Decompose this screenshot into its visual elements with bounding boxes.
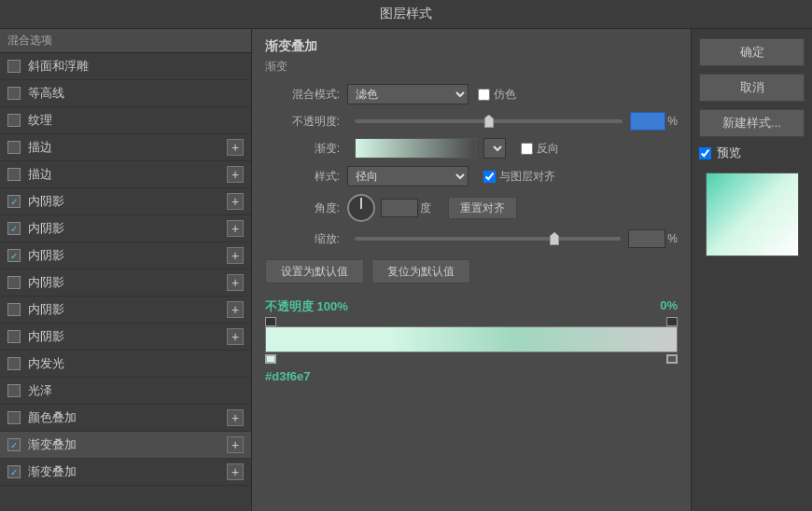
layer-item-innershadow3[interactable]: 内阴影+ bbox=[0, 242, 251, 269]
gradient-left-label: 不透明度 100% bbox=[265, 298, 348, 315]
layer-item-bevel[interactable]: 斜面和浮雕 bbox=[0, 53, 251, 80]
align-text: 与图层对齐 bbox=[499, 169, 555, 185]
layer-item-innershadow5[interactable]: 内阴影+ bbox=[0, 297, 251, 324]
layer-plus-stroke2[interactable]: + bbox=[227, 166, 244, 183]
layer-item-stroke2[interactable]: 描边+ bbox=[0, 161, 251, 188]
layer-plus-innershadow5[interactable]: + bbox=[227, 301, 244, 318]
layer-checkbox-gradientoverlay2[interactable] bbox=[7, 465, 21, 478]
layer-item-innershadow6[interactable]: 内阴影+ bbox=[0, 324, 251, 351]
layer-checkbox-innershadow5[interactable] bbox=[7, 303, 21, 316]
gradient-dropdown[interactable] bbox=[483, 138, 506, 159]
layer-item-innershadow4[interactable]: 内阴影+ bbox=[0, 269, 251, 297]
set-default-button[interactable]: 设置为默认值 bbox=[265, 259, 364, 283]
layer-checkbox-innershadow3[interactable] bbox=[7, 249, 21, 262]
layer-plus-innershadow6[interactable]: + bbox=[227, 328, 244, 345]
left-panel: 混合选项 斜面和浮雕等高线纹理描边+描边+内阴影+内阴影+内阴影+内阴影+内阴影… bbox=[0, 29, 252, 511]
layer-label-innershadow3: 内阴影 bbox=[28, 247, 223, 264]
scale-slider-thumb[interactable] bbox=[550, 232, 559, 245]
layer-label-coloroverlay: 颜色叠加 bbox=[28, 409, 223, 426]
layer-checkbox-innershadow4[interactable] bbox=[7, 276, 21, 289]
layer-item-innershadow1[interactable]: 内阴影+ bbox=[0, 188, 251, 215]
layer-label-bevel: 斜面和浮雕 bbox=[28, 58, 244, 75]
layer-item-contour[interactable]: 等高线 bbox=[0, 80, 251, 107]
layer-checkbox-contour[interactable] bbox=[7, 87, 21, 100]
fake-color-label: 仿色 bbox=[478, 87, 516, 103]
angle-row: 角度: 90 度 重置对齐 bbox=[265, 194, 678, 222]
layer-checkbox-innershadow6[interactable] bbox=[7, 330, 21, 343]
sub-section-title: 渐变 bbox=[265, 59, 678, 75]
reverse-checkbox[interactable] bbox=[521, 143, 533, 155]
confirm-button[interactable]: 确定 bbox=[699, 38, 805, 66]
layer-checkbox-satin[interactable] bbox=[7, 384, 21, 397]
preview-row: 预览 bbox=[699, 145, 805, 161]
layer-label-satin: 光泽 bbox=[28, 382, 244, 399]
layer-plus-coloroverlay[interactable]: + bbox=[227, 409, 244, 426]
scale-slider-container bbox=[347, 237, 628, 241]
layer-checkbox-bevel[interactable] bbox=[7, 60, 21, 73]
title-text: 图层样式 bbox=[380, 6, 432, 21]
layer-plus-gradientoverlay2[interactable]: + bbox=[227, 463, 244, 480]
layer-item-texture[interactable]: 纹理 bbox=[0, 107, 251, 134]
angle-input[interactable]: 90 bbox=[381, 199, 418, 217]
layer-label-innershadow2: 内阴影 bbox=[28, 220, 223, 237]
bottom-stop-left[interactable] bbox=[265, 354, 276, 364]
layer-item-innerglow[interactable]: 内发光 bbox=[0, 351, 251, 378]
blend-mode-row: 混合模式: 正常溶解变暗正片叠底颜色加深线性加深滤色颜色减淡变亮 仿色 bbox=[265, 84, 678, 104]
layer-plus-innershadow1[interactable]: + bbox=[227, 193, 244, 210]
layer-plus-innershadow2[interactable]: + bbox=[227, 220, 244, 237]
opacity-input[interactable]: 50 bbox=[630, 112, 665, 131]
align-checkbox[interactable] bbox=[483, 171, 496, 183]
gradient-right-label: 0% bbox=[660, 298, 678, 315]
cancel-button[interactable]: 取消 bbox=[699, 74, 805, 102]
scale-row: 缩放: 75 % bbox=[265, 229, 678, 248]
blend-mode-label: 混合模式: bbox=[265, 87, 340, 103]
opacity-slider-container bbox=[347, 119, 630, 123]
layer-checkbox-innerglow[interactable] bbox=[7, 357, 21, 370]
layer-item-stroke1[interactable]: 描边+ bbox=[0, 134, 251, 161]
layer-item-innershadow2[interactable]: 内阴影+ bbox=[0, 215, 251, 242]
reverse-text: 反向 bbox=[537, 141, 559, 157]
angle-wheel[interactable] bbox=[347, 194, 375, 222]
reset-default-button[interactable]: 复位为默认值 bbox=[371, 259, 470, 283]
layer-item-satin[interactable]: 光泽 bbox=[0, 378, 251, 405]
style-select[interactable]: 线性径向角度对称菱形 bbox=[347, 166, 469, 186]
layer-item-gradientoverlay2[interactable]: 渐变叠加+ bbox=[0, 459, 251, 486]
scale-input[interactable]: 75 bbox=[628, 229, 665, 248]
layer-checkbox-stroke1[interactable] bbox=[7, 141, 21, 154]
layer-checkbox-gradientoverlay1[interactable] bbox=[7, 438, 21, 451]
preview-label: 预览 bbox=[717, 145, 741, 161]
fake-color-checkbox[interactable] bbox=[478, 89, 490, 101]
scale-unit: % bbox=[667, 232, 678, 245]
layer-item-coloroverlay[interactable]: 颜色叠加+ bbox=[0, 405, 251, 432]
layer-label-gradientoverlay1: 渐变叠加 bbox=[28, 436, 223, 453]
opacity-row: 不透明度: 50 % bbox=[265, 112, 678, 131]
new-style-button[interactable]: 新建样式... bbox=[699, 109, 805, 137]
layer-checkbox-innershadow2[interactable] bbox=[7, 222, 21, 235]
gradient-preview-box[interactable] bbox=[355, 138, 476, 159]
gradient-bar[interactable] bbox=[265, 326, 678, 352]
layer-checkbox-innershadow1[interactable] bbox=[7, 195, 21, 208]
opacity-slider-track[interactable] bbox=[355, 119, 623, 123]
layer-checkbox-texture[interactable] bbox=[7, 114, 21, 127]
opacity-slider-thumb[interactable] bbox=[484, 115, 494, 128]
blend-mode-select[interactable]: 正常溶解变暗正片叠底颜色加深线性加深滤色颜色减淡变亮 bbox=[347, 84, 469, 104]
layer-label-gradientoverlay2: 渐变叠加 bbox=[28, 463, 223, 480]
top-stop-right[interactable] bbox=[666, 317, 678, 326]
layer-checkbox-stroke2[interactable] bbox=[7, 168, 21, 181]
preview-checkbox[interactable] bbox=[699, 147, 711, 159]
layer-plus-stroke1[interactable]: + bbox=[227, 139, 244, 156]
top-stop-left[interactable] bbox=[265, 317, 276, 326]
reset-align-button[interactable]: 重置对齐 bbox=[448, 197, 517, 219]
layer-plus-innershadow3[interactable]: + bbox=[227, 247, 244, 264]
angle-label: 角度: bbox=[265, 200, 340, 216]
main-layout: 混合选项 斜面和浮雕等高线纹理描边+描边+内阴影+内阴影+内阴影+内阴影+内阴影… bbox=[0, 29, 812, 511]
layer-item-gradientoverlay1[interactable]: 渐变叠加+ bbox=[0, 432, 251, 459]
layer-checkbox-coloroverlay[interactable] bbox=[7, 411, 21, 424]
gradient-labels-row: 不透明度 100% 0% bbox=[265, 298, 678, 315]
scale-slider-track[interactable] bbox=[355, 237, 621, 241]
layer-label-innershadow6: 内阴影 bbox=[28, 328, 223, 345]
layer-plus-innershadow4[interactable]: + bbox=[227, 274, 244, 291]
gradient-editor-section: 不透明度 100% 0% #d3f6e7 bbox=[265, 298, 678, 383]
bottom-stop-right[interactable] bbox=[666, 354, 678, 364]
layer-plus-gradientoverlay1[interactable]: + bbox=[227, 436, 244, 453]
